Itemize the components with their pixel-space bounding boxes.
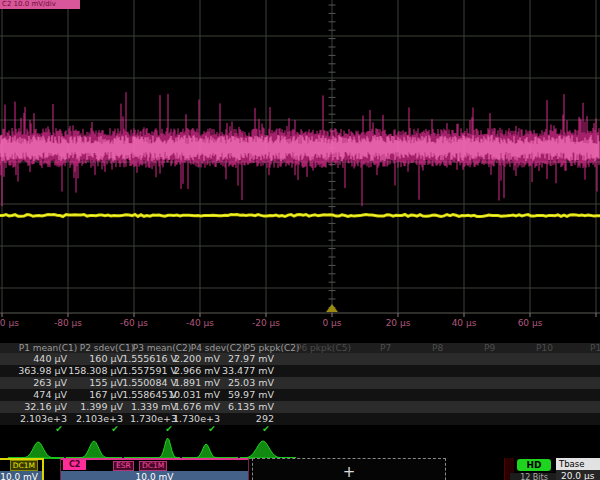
oscilloscope-screen: C2 10.0 mV/div -100 µs-80 µs-60 µs-40 µs… — [0, 0, 600, 480]
plus-icon: + — [343, 463, 356, 480]
histicon[interactable] — [240, 441, 296, 458]
add-trace-button[interactable]: + — [252, 458, 446, 480]
histicon[interactable] — [8, 442, 64, 458]
histicons[interactable] — [0, 0, 600, 480]
c1-descriptor[interactable]: DC1M 10.0 mV — [0, 458, 44, 480]
histicon[interactable] — [182, 444, 238, 458]
c2-esr-badge: ESR — [113, 461, 134, 471]
c2-scale: 10.0 mV — [61, 471, 248, 480]
tbase-label[interactable]: Tbase — [556, 458, 600, 470]
hd-bits: 12 Bits — [510, 473, 558, 480]
c2-label: C2 — [63, 460, 86, 470]
hd-badge[interactable]: HD — [517, 459, 551, 471]
c1-coupling-badge: DC1M — [10, 460, 38, 471]
histicon[interactable] — [124, 438, 180, 458]
c1-scale: 10.0 mV — [0, 471, 42, 480]
histicon[interactable] — [66, 441, 122, 458]
c2-descriptor[interactable]: C2 ESR DC1M 10.0 mV — [60, 458, 249, 480]
c2-coupling-badge: DC1M — [139, 461, 167, 471]
tbase-value[interactable]: 20.0 µs — [556, 470, 600, 480]
